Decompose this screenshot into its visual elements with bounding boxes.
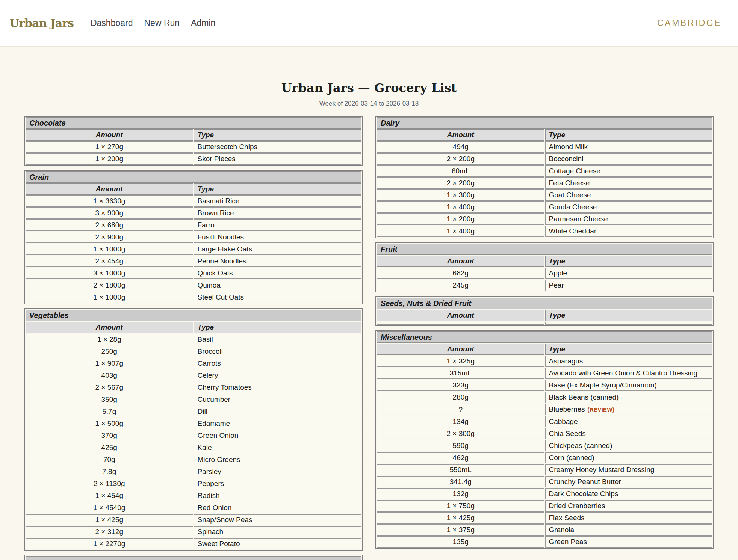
item-name: Red Onion xyxy=(198,504,232,512)
item-name: Avocado with Green Onion & Cilantro Dres… xyxy=(549,369,698,377)
amount-cell: 2 × 300g xyxy=(377,428,544,439)
amount-cell: 323g xyxy=(377,380,544,391)
amount-cell: 2 × 454g xyxy=(26,256,193,267)
table-row: 2 × 200gBocconcini xyxy=(377,153,712,165)
amount-cell: 132g xyxy=(377,488,544,499)
section-table-vegetables: VegetablesAmountType1 × 28gBasil250gBroc… xyxy=(24,308,363,551)
type-cell: Steel Cut Oats xyxy=(194,292,361,303)
amount-cell: 1 × 300g xyxy=(377,189,544,201)
type-cell: Apple xyxy=(545,268,713,279)
table-row: 1 × 2270gSweet Potato xyxy=(26,538,361,549)
amount-cell: 370g xyxy=(26,430,193,441)
table-row: 1 × 4540gRed Onion xyxy=(26,502,361,513)
type-cell: Granola xyxy=(545,524,713,536)
grocery-list-page: Urban Jars — Grocery List Week of 2026-0… xyxy=(0,81,738,560)
location-label: CAMBRIDGE xyxy=(657,18,721,28)
table-row: 1 × 200gSkor Pieces xyxy=(26,153,361,165)
item-name: Chia Seeds xyxy=(549,430,586,437)
section-title: Fruit xyxy=(377,244,712,255)
amount-cell: 315mL xyxy=(377,368,544,379)
table-row: 70gMicro Greens xyxy=(26,454,361,465)
amount-cell: 1 × 425g xyxy=(26,514,193,525)
item-name: Creamy Honey Mustard Dressing xyxy=(549,466,655,474)
type-column-header: Type xyxy=(545,256,713,267)
amount-cell: 1 × 28g xyxy=(26,334,193,345)
item-name: Kale xyxy=(198,443,212,451)
table-row: 1 × 200gParmesan Cheese xyxy=(377,213,712,225)
item-name: Almond Milk xyxy=(549,143,588,151)
amount-cell: 550mL xyxy=(377,464,544,475)
amount-cell: 2 × 1800g xyxy=(26,280,193,291)
section-table-chocolate: ChocolateAmountType1 × 270gButterscotch … xyxy=(24,116,363,166)
type-cell: White Cheddar xyxy=(545,226,713,237)
type-cell: Brown Rice xyxy=(194,207,361,219)
table-row: 323gBase (Ex Maple Syrup/Cinnamon) xyxy=(377,380,712,391)
app-logo[interactable]: Urban Jars xyxy=(9,17,74,30)
item-name: Brown Rice xyxy=(198,209,234,217)
item-name: Radish xyxy=(198,492,220,499)
type-cell: Avocado with Green Onion & Cilantro Dres… xyxy=(545,368,713,379)
nav-item-admin[interactable]: Admin xyxy=(191,18,215,28)
amount-cell: 60mL xyxy=(377,165,544,177)
item-name: Spinach xyxy=(198,528,224,536)
table-row: 2 × 312gSpinach xyxy=(26,526,361,537)
nav-item-new-run[interactable]: New Run xyxy=(144,18,180,28)
type-cell: Basmati Rice xyxy=(194,195,361,207)
type-cell: Dill xyxy=(194,406,361,417)
item-name: Skor Pieces xyxy=(198,155,236,163)
table-row: 2 × 454gPenne Noodles xyxy=(26,256,361,267)
type-cell: Butterscotch Chips xyxy=(194,141,361,153)
type-cell: Cabbage xyxy=(545,416,713,427)
item-name: Dill xyxy=(198,407,207,415)
item-name: Edamame xyxy=(198,419,230,427)
type-cell: Asparagus xyxy=(545,356,713,367)
type-cell: Edamame xyxy=(194,418,361,429)
item-name: Pear xyxy=(549,281,564,289)
section-table-seeds-nuts-dried-fruit: Seeds, Nuts & Dried FruitAmountType xyxy=(375,296,714,326)
amount-cell: 1 × 325g xyxy=(377,356,544,367)
type-cell: Spinach xyxy=(194,526,361,537)
table-row: 245gPear xyxy=(377,280,712,291)
type-cell: Green Onion xyxy=(194,430,361,441)
table-row: 1 × 500gEdamame xyxy=(26,418,361,429)
main-nav: Dashboard New Run Admin xyxy=(91,18,215,28)
item-name: Sweet Potato xyxy=(198,540,240,548)
section-title: Seeds, Nuts & Dried Fruit xyxy=(377,298,712,309)
amount-cell: 2 × 200g xyxy=(377,153,544,165)
table-row: 2 × 680gFarro xyxy=(26,219,361,231)
table-row: 350gCucumber xyxy=(26,394,361,405)
table-columns: ChocolateAmountType1 × 270gButterscotch … xyxy=(0,116,738,560)
table-row: 590gChickpeas (canned) xyxy=(377,440,712,451)
table-row: 1 × 425gSnap/Snow Peas xyxy=(26,514,361,525)
type-column-header: Type xyxy=(194,129,361,141)
type-cell: Base (Ex Maple Syrup/Cinnamon) xyxy=(545,380,713,391)
type-cell: Pear xyxy=(545,280,713,291)
section-table-miscellaneous: MiscellaneousAmountType1 × 325gAsparagus… xyxy=(375,330,714,549)
table-row xyxy=(377,322,712,325)
table-row: 3 × 900gBrown Rice xyxy=(26,207,361,219)
table-row: 1 × 400gGouda Cheese xyxy=(377,201,712,213)
amount-cell: 462g xyxy=(377,452,544,463)
item-name: Gouda Cheese xyxy=(549,203,597,211)
table-row: 1 × 907gCarrots xyxy=(26,358,361,369)
amount-cell: 425g xyxy=(26,442,193,453)
right-column: DairyAmountType494gAlmond Milk2 × 200gBo… xyxy=(375,116,714,553)
amount-cell: 1 × 907g xyxy=(26,358,193,369)
table-row: 1 × 1000gSteel Cut Oats xyxy=(26,292,361,303)
table-row: 682gApple xyxy=(377,268,712,279)
amount-column-header: Amount xyxy=(377,256,544,267)
type-cell: Goat Cheese xyxy=(545,189,713,201)
item-name: Penne Noodles xyxy=(198,257,247,265)
app-window: Urban Jars Dashboard New Run Admin CAMBR… xyxy=(0,0,738,560)
table-row: 403gCelery xyxy=(26,370,361,381)
table-row: 1 × 270gButterscotch Chips xyxy=(26,141,361,153)
amount-cell: 1 × 500g xyxy=(26,418,193,429)
section-title: Dairy xyxy=(377,117,712,129)
amount-cell: 2 × 1130g xyxy=(26,478,193,489)
nav-item-dashboard[interactable]: Dashboard xyxy=(91,18,133,28)
item-name: Green Onion xyxy=(198,431,239,439)
table-row: ?Blueberries(REVIEW) xyxy=(377,404,712,415)
type-column-header: Type xyxy=(194,183,361,195)
item-name: Crunchy Peanut Butter xyxy=(549,478,621,486)
item-name: Basil xyxy=(198,335,213,343)
